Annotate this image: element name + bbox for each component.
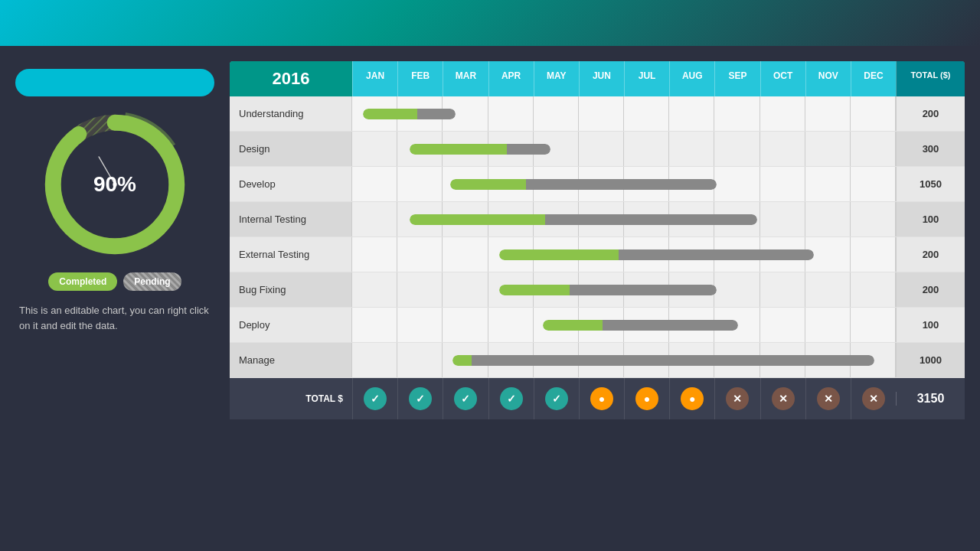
month-mar: MAR [443, 61, 488, 96]
row-label: External Testing [230, 237, 352, 272]
row-label: Deploy [230, 308, 352, 342]
month-dec: DEC [851, 61, 896, 96]
month-feb: FEB [397, 61, 443, 96]
row-total: 200 [896, 96, 965, 131]
row-label: Design [230, 132, 352, 166]
status-jul: ● [624, 378, 669, 419]
status-apr: ✓ [488, 378, 534, 419]
chart-title-bar [15, 69, 214, 96]
row-label: Develop [230, 167, 352, 201]
month-jul: JUL [624, 61, 669, 96]
status-sep: ✕ [714, 378, 760, 419]
status-oct: ✕ [760, 378, 805, 419]
total-header: TOTAL ($) [896, 61, 965, 96]
chart-legend: Completed Pending [15, 272, 214, 291]
gantt-row: Internal Testing 100 [230, 202, 965, 237]
row-label: Bug Fixing [230, 272, 352, 307]
row-total: 300 [896, 132, 965, 166]
month-oct: OCT [760, 61, 805, 96]
status-jun: ● [579, 378, 624, 419]
month-sep: SEP [714, 61, 760, 96]
status-aug: ● [669, 378, 714, 419]
row-label: Manage [230, 343, 352, 377]
status-jan: ✓ [352, 378, 397, 419]
status-feb: ✓ [397, 378, 443, 419]
row-label: Internal Testing [230, 202, 352, 236]
chart-description: This is an editable chart, you can right… [15, 303, 214, 333]
gantt-row: Manage 1000 [230, 343, 965, 378]
row-total: 200 [896, 237, 965, 272]
status-dec: ✕ [851, 378, 896, 419]
footer-label: TOTAL $ [230, 393, 352, 404]
month-jan: JAN [352, 61, 397, 96]
status-nov: ✕ [805, 378, 851, 419]
row-total: 1000 [896, 343, 965, 377]
gantt-chart: 2016 JAN FEB MAR APR MAY JUN JUL AUG SEP… [230, 61, 965, 419]
row-total: 200 [896, 272, 965, 307]
month-jun: JUN [579, 61, 624, 96]
percentage-text: 90% [93, 172, 136, 197]
gantt-row: Understanding 200 [230, 96, 965, 132]
gantt-year: 2016 [230, 61, 352, 96]
row-total: 100 [896, 308, 965, 342]
top-bar [0, 0, 980, 46]
row-total: 100 [896, 202, 965, 236]
gantt-body: Understanding 200 Design 300 Develop [230, 96, 965, 378]
row-label: Understanding [230, 96, 352, 131]
row-total: 1050 [896, 167, 965, 201]
month-nov: NOV [805, 61, 851, 96]
gantt-header: 2016 JAN FEB MAR APR MAY JUN JUL AUG SEP… [230, 61, 965, 96]
gantt-row: Deploy 100 [230, 308, 965, 343]
gantt-row: Develop 1050 [230, 167, 965, 202]
gantt-footer: TOTAL $ ✓ ✓ ✓ ✓ ✓ ● ● ● ✕ ✕ ✕ ✕ 3150 [230, 378, 965, 419]
footer-total: 3150 [896, 392, 965, 406]
gantt-row: Bug Fixing 200 [230, 272, 965, 308]
status-mar: ✓ [443, 378, 488, 419]
legend-pending: Pending [123, 272, 181, 291]
left-panel: 90% Completed Pending This is an editabl… [15, 61, 214, 419]
month-may: MAY [534, 61, 579, 96]
gantt-row: Design 300 [230, 132, 965, 167]
gantt-row: External Testing 200 [230, 237, 965, 272]
status-may: ✓ [534, 378, 579, 419]
month-aug: AUG [669, 61, 714, 96]
donut-chart: 90% [15, 112, 214, 257]
legend-completed: Completed [48, 272, 117, 291]
month-apr: APR [488, 61, 534, 96]
